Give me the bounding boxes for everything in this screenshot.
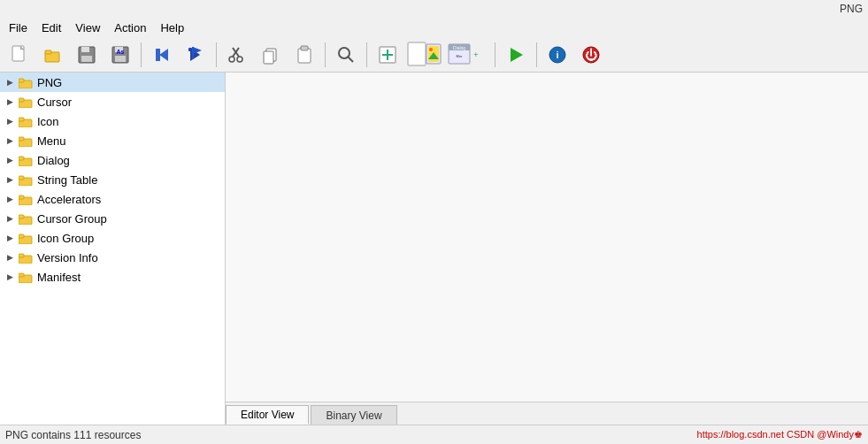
tree-item-cursor-group[interactable]: Cursor Group xyxy=(0,209,225,228)
tree-arrow-cursor xyxy=(4,96,16,108)
svg-rect-25 xyxy=(301,46,308,50)
open-button[interactable] xyxy=(37,40,69,70)
menu-edit[interactable]: Edit xyxy=(36,20,66,35)
tree-item-string-table[interactable]: String Table xyxy=(0,170,225,189)
svg-rect-66 xyxy=(19,254,24,257)
menu-view[interactable]: View xyxy=(70,20,105,35)
svg-line-27 xyxy=(348,57,353,62)
svg-rect-60 xyxy=(19,195,24,199)
folder-icon-png xyxy=(18,76,34,88)
find-button[interactable] xyxy=(330,40,362,70)
importresource-button[interactable] xyxy=(405,40,444,70)
separator-3 xyxy=(325,42,326,67)
tree-item-cursor[interactable]: Cursor xyxy=(0,92,225,111)
tree-arrow-manifest xyxy=(4,271,16,283)
tree-arrow-dialog xyxy=(4,154,16,166)
tree-arrow-png xyxy=(4,76,16,88)
tab-editor-view[interactable]: Editor View xyxy=(226,405,309,425)
tree-label-accelerators: Accelerators xyxy=(37,193,101,206)
menu-file[interactable]: File xyxy=(4,20,33,35)
svg-text:+: + xyxy=(473,50,478,59)
forward-button[interactable] xyxy=(180,40,211,70)
svg-rect-22 xyxy=(264,51,273,64)
tree-item-accelerators[interactable]: Accelerators xyxy=(0,189,225,209)
copy-button[interactable] xyxy=(255,40,287,70)
svg-rect-50 xyxy=(19,98,24,102)
folder-icon-version-info xyxy=(18,251,34,264)
svg-rect-64 xyxy=(19,234,24,238)
svg-rect-48 xyxy=(19,79,24,82)
folder-icon-accelerators xyxy=(18,193,34,205)
svg-rect-58 xyxy=(19,176,24,180)
tree-item-manifest[interactable]: Manifest xyxy=(0,267,225,287)
tree-item-icon-group[interactable]: Icon Group xyxy=(0,228,225,248)
tree-label-version-info: Version Info xyxy=(37,251,98,264)
folder-icon-string-table xyxy=(18,173,34,186)
svg-rect-9 xyxy=(115,56,126,62)
tree-item-png[interactable]: PNG xyxy=(0,73,225,92)
menu-action[interactable]: Action xyxy=(109,20,151,35)
main-area: PNG Cursor Icon Menu xyxy=(0,73,868,425)
tree-arrow-icon xyxy=(4,115,16,127)
folder-icon-menu xyxy=(18,134,34,147)
svg-rect-5 xyxy=(81,47,89,52)
info-button[interactable]: i xyxy=(542,40,573,70)
run-button[interactable] xyxy=(500,40,532,70)
tree-label-cursor-group: Cursor Group xyxy=(37,212,107,226)
svg-rect-56 xyxy=(19,157,24,160)
tree-item-version-info[interactable]: Version Info xyxy=(0,248,225,267)
tree-label-png: PNG xyxy=(37,76,62,89)
svg-text:⏻: ⏻ xyxy=(585,48,597,62)
svg-rect-54 xyxy=(19,137,24,141)
svg-point-19 xyxy=(229,57,234,62)
back-button[interactable] xyxy=(146,40,178,70)
tree-panel: PNG Cursor Icon Menu xyxy=(0,73,226,425)
svg-rect-14 xyxy=(188,48,192,51)
status-bar: PNG contains 111 resources https://blog.… xyxy=(0,425,868,444)
svg-rect-6 xyxy=(81,56,92,62)
svg-rect-3 xyxy=(45,50,51,54)
stop-button[interactable]: ⏻ xyxy=(575,40,607,70)
svg-text:Mer: Mer xyxy=(457,54,464,58)
save-button[interactable] xyxy=(71,40,103,70)
tree-label-dialog: Dialog xyxy=(37,154,70,167)
svg-point-20 xyxy=(237,57,242,62)
separator-1 xyxy=(141,42,142,67)
tree-label-string-table: String Table xyxy=(37,173,97,187)
title-bar: PNG xyxy=(0,0,868,18)
editor-area xyxy=(226,73,868,402)
tree-label-icon: Icon xyxy=(37,115,59,128)
cut-button[interactable] xyxy=(221,40,253,70)
separator-6 xyxy=(536,42,537,67)
title-label: PNG xyxy=(840,3,863,15)
tree-label-icon-group: Icon Group xyxy=(37,232,94,245)
tab-binary-view[interactable]: Binary View xyxy=(311,405,396,425)
tree-item-dialog[interactable]: Dialog xyxy=(0,150,225,170)
content-tabs: Editor View Binary View xyxy=(226,402,868,425)
svg-text:As: As xyxy=(117,49,125,55)
svg-rect-52 xyxy=(19,118,24,121)
svg-rect-16 xyxy=(192,47,194,59)
svg-rect-62 xyxy=(19,215,24,218)
menu-help[interactable]: Help xyxy=(155,20,189,35)
separator-5 xyxy=(495,42,495,67)
svg-rect-12 xyxy=(156,49,160,61)
tree-arrow-accelerators xyxy=(4,193,16,205)
paste-button[interactable] xyxy=(288,40,320,70)
new-button[interactable] xyxy=(4,40,35,70)
dialogmerge-button[interactable]: Dialog Mer + xyxy=(446,40,490,70)
status-message: PNG contains 111 resources xyxy=(5,429,141,441)
svg-text:Dialog: Dialog xyxy=(453,45,465,50)
status-right: https://blog.csdn.net CSDN @Windy♚ xyxy=(697,429,863,440)
content-panel: Editor View Binary View xyxy=(226,73,868,425)
newresource-button[interactable] xyxy=(372,40,403,70)
folder-icon-cursor xyxy=(18,96,34,108)
svg-marker-11 xyxy=(159,49,168,61)
tree-arrow-icon-group xyxy=(4,232,16,244)
tree-item-menu[interactable]: Menu xyxy=(0,131,225,150)
tree-arrow-version-info xyxy=(4,251,16,264)
folder-icon-cursor-group xyxy=(18,212,34,225)
tree-item-icon[interactable]: Icon xyxy=(0,111,225,131)
svg-text:i: i xyxy=(556,50,558,60)
saveas-button[interactable]: As xyxy=(104,40,136,70)
